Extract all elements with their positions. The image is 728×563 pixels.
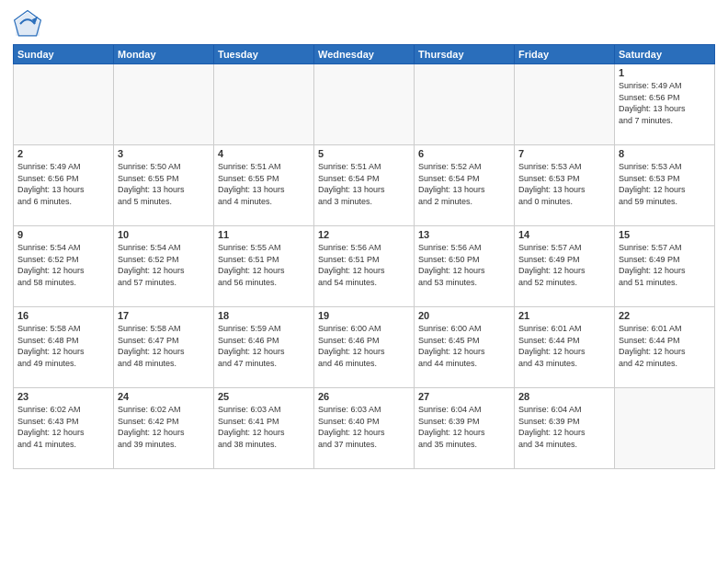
calendar-header-sunday: Sunday — [14, 45, 114, 64]
calendar-table: SundayMondayTuesdayWednesdayThursdayFrid… — [13, 44, 715, 469]
day-number: 22 — [619, 310, 711, 321]
day-number: 3 — [118, 148, 210, 159]
day-number: 21 — [518, 310, 610, 321]
day-number: 7 — [518, 148, 610, 159]
calendar-cell: 1Sunrise: 5:49 AM Sunset: 6:56 PM Daylig… — [615, 64, 715, 145]
day-number: 28 — [518, 391, 610, 402]
day-info: Sunrise: 5:55 AM Sunset: 6:51 PM Dayligh… — [218, 242, 310, 288]
day-info: Sunrise: 6:03 AM Sunset: 6:40 PM Dayligh… — [318, 404, 410, 450]
day-number: 10 — [118, 229, 210, 240]
day-number: 20 — [418, 310, 510, 321]
day-number: 18 — [218, 310, 310, 321]
calendar-cell: 11Sunrise: 5:55 AM Sunset: 6:51 PM Dayli… — [214, 226, 314, 307]
calendar-header-monday: Monday — [114, 45, 214, 64]
page: SundayMondayTuesdayWednesdayThursdayFrid… — [0, 0, 728, 563]
calendar-header-row: SundayMondayTuesdayWednesdayThursdayFrid… — [14, 45, 715, 64]
calendar-cell: 19Sunrise: 6:00 AM Sunset: 6:46 PM Dayli… — [314, 307, 415, 388]
day-info: Sunrise: 6:02 AM Sunset: 6:42 PM Dayligh… — [118, 404, 210, 450]
calendar-cell: 26Sunrise: 6:03 AM Sunset: 6:40 PM Dayli… — [314, 388, 415, 469]
calendar-cell: 18Sunrise: 5:59 AM Sunset: 6:46 PM Dayli… — [214, 307, 314, 388]
calendar-header-wednesday: Wednesday — [314, 45, 415, 64]
calendar-cell: 7Sunrise: 5:53 AM Sunset: 6:53 PM Daylig… — [515, 145, 615, 226]
day-number: 19 — [318, 310, 410, 321]
calendar-cell — [515, 64, 615, 145]
svg-marker-0 — [16, 12, 40, 36]
calendar-cell: 16Sunrise: 5:58 AM Sunset: 6:48 PM Dayli… — [14, 307, 114, 388]
day-info: Sunrise: 6:03 AM Sunset: 6:41 PM Dayligh… — [218, 404, 310, 450]
calendar-cell: 14Sunrise: 5:57 AM Sunset: 6:49 PM Dayli… — [515, 226, 615, 307]
calendar-cell: 5Sunrise: 5:51 AM Sunset: 6:54 PM Daylig… — [314, 145, 415, 226]
day-number: 4 — [218, 148, 310, 159]
day-info: Sunrise: 5:58 AM Sunset: 6:47 PM Dayligh… — [118, 323, 210, 369]
calendar-cell: 2Sunrise: 5:49 AM Sunset: 6:56 PM Daylig… — [14, 145, 114, 226]
calendar-week-1: 2Sunrise: 5:49 AM Sunset: 6:56 PM Daylig… — [14, 145, 715, 226]
calendar-cell — [415, 64, 515, 145]
day-number: 2 — [17, 148, 109, 159]
day-info: Sunrise: 6:04 AM Sunset: 6:39 PM Dayligh… — [518, 404, 610, 450]
header — [13, 9, 715, 39]
day-number: 15 — [619, 229, 711, 240]
calendar-cell: 28Sunrise: 6:04 AM Sunset: 6:39 PM Dayli… — [515, 388, 615, 469]
day-info: Sunrise: 5:49 AM Sunset: 6:56 PM Dayligh… — [619, 80, 711, 126]
logo-icon — [13, 9, 42, 39]
day-info: Sunrise: 5:59 AM Sunset: 6:46 PM Dayligh… — [218, 323, 310, 369]
calendar-cell: 3Sunrise: 5:50 AM Sunset: 6:55 PM Daylig… — [114, 145, 214, 226]
day-number: 16 — [17, 310, 109, 321]
calendar-cell: 20Sunrise: 6:00 AM Sunset: 6:45 PM Dayli… — [415, 307, 515, 388]
calendar-cell: 15Sunrise: 5:57 AM Sunset: 6:49 PM Dayli… — [615, 226, 715, 307]
calendar-week-4: 23Sunrise: 6:02 AM Sunset: 6:43 PM Dayli… — [14, 388, 715, 469]
day-info: Sunrise: 6:01 AM Sunset: 6:44 PM Dayligh… — [518, 323, 610, 369]
day-number: 11 — [218, 229, 310, 240]
day-info: Sunrise: 6:00 AM Sunset: 6:45 PM Dayligh… — [418, 323, 510, 369]
calendar-cell: 4Sunrise: 5:51 AM Sunset: 6:55 PM Daylig… — [214, 145, 314, 226]
day-number: 13 — [418, 229, 510, 240]
day-number: 8 — [619, 148, 711, 159]
calendar-cell: 24Sunrise: 6:02 AM Sunset: 6:42 PM Dayli… — [114, 388, 214, 469]
day-info: Sunrise: 6:01 AM Sunset: 6:44 PM Dayligh… — [619, 323, 711, 369]
day-info: Sunrise: 5:54 AM Sunset: 6:52 PM Dayligh… — [17, 242, 109, 288]
day-info: Sunrise: 5:51 AM Sunset: 6:54 PM Dayligh… — [318, 161, 410, 207]
day-number: 23 — [17, 391, 109, 402]
day-info: Sunrise: 5:57 AM Sunset: 6:49 PM Dayligh… — [518, 242, 610, 288]
day-number: 27 — [418, 391, 510, 402]
day-number: 5 — [318, 148, 410, 159]
day-number: 24 — [118, 391, 210, 402]
calendar-header-thursday: Thursday — [415, 45, 515, 64]
day-number: 9 — [17, 229, 109, 240]
day-info: Sunrise: 6:02 AM Sunset: 6:43 PM Dayligh… — [17, 404, 109, 450]
day-info: Sunrise: 5:51 AM Sunset: 6:55 PM Dayligh… — [218, 161, 310, 207]
calendar-cell: 12Sunrise: 5:56 AM Sunset: 6:51 PM Dayli… — [314, 226, 415, 307]
calendar-cell — [14, 64, 114, 145]
day-info: Sunrise: 5:53 AM Sunset: 6:53 PM Dayligh… — [518, 161, 610, 207]
calendar-cell — [615, 388, 715, 469]
day-info: Sunrise: 5:58 AM Sunset: 6:48 PM Dayligh… — [17, 323, 109, 369]
calendar-cell: 13Sunrise: 5:56 AM Sunset: 6:50 PM Dayli… — [415, 226, 515, 307]
day-number: 14 — [518, 229, 610, 240]
calendar-cell — [214, 64, 314, 145]
day-info: Sunrise: 6:04 AM Sunset: 6:39 PM Dayligh… — [418, 404, 510, 450]
calendar-header-friday: Friday — [515, 45, 615, 64]
calendar-week-0: 1Sunrise: 5:49 AM Sunset: 6:56 PM Daylig… — [14, 64, 715, 145]
day-info: Sunrise: 5:50 AM Sunset: 6:55 PM Dayligh… — [118, 161, 210, 207]
day-number: 1 — [619, 67, 711, 78]
day-number: 6 — [418, 148, 510, 159]
day-number: 26 — [318, 391, 410, 402]
calendar-cell: 22Sunrise: 6:01 AM Sunset: 6:44 PM Dayli… — [615, 307, 715, 388]
day-info: Sunrise: 5:52 AM Sunset: 6:54 PM Dayligh… — [418, 161, 510, 207]
calendar-cell — [314, 64, 415, 145]
calendar-cell — [114, 64, 214, 145]
calendar-cell: 27Sunrise: 6:04 AM Sunset: 6:39 PM Dayli… — [415, 388, 515, 469]
day-info: Sunrise: 5:57 AM Sunset: 6:49 PM Dayligh… — [619, 242, 711, 288]
calendar-week-2: 9Sunrise: 5:54 AM Sunset: 6:52 PM Daylig… — [14, 226, 715, 307]
day-info: Sunrise: 5:56 AM Sunset: 6:50 PM Dayligh… — [418, 242, 510, 288]
calendar-cell: 6Sunrise: 5:52 AM Sunset: 6:54 PM Daylig… — [415, 145, 515, 226]
calendar-header-tuesday: Tuesday — [214, 45, 314, 64]
day-info: Sunrise: 5:49 AM Sunset: 6:56 PM Dayligh… — [17, 161, 109, 207]
calendar-cell: 9Sunrise: 5:54 AM Sunset: 6:52 PM Daylig… — [14, 226, 114, 307]
calendar-cell: 8Sunrise: 5:53 AM Sunset: 6:53 PM Daylig… — [615, 145, 715, 226]
calendar-week-3: 16Sunrise: 5:58 AM Sunset: 6:48 PM Dayli… — [14, 307, 715, 388]
day-number: 25 — [218, 391, 310, 402]
day-info: Sunrise: 5:53 AM Sunset: 6:53 PM Dayligh… — [619, 161, 711, 207]
calendar-cell: 17Sunrise: 5:58 AM Sunset: 6:47 PM Dayli… — [114, 307, 214, 388]
day-info: Sunrise: 5:56 AM Sunset: 6:51 PM Dayligh… — [318, 242, 410, 288]
